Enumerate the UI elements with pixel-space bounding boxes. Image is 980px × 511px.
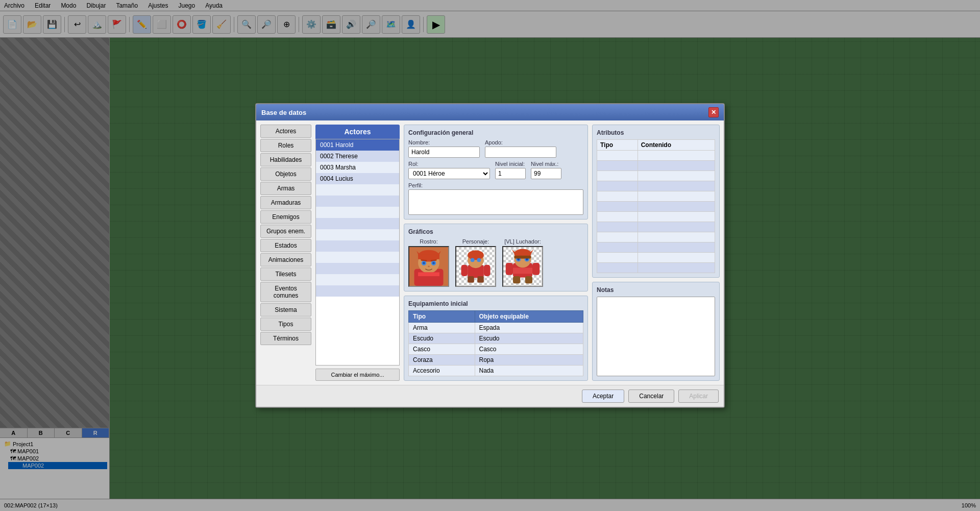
svg-rect-21 [484, 265, 491, 276]
actor-list-header: Actores [315, 125, 400, 139]
actor-list: 0001 Harold 0002 Therese 0003 Marsha 000… [315, 139, 400, 366]
rol-label: Rol: [408, 161, 490, 167]
perfil-label: Perfil: [408, 182, 583, 188]
actor-list-panel: Actores 0001 Harold 0002 Therese 0003 Ma… [315, 125, 400, 381]
nav-sistema[interactable]: Sistema [260, 303, 311, 317]
svg-point-15 [468, 250, 484, 260]
equip-tipo-1: Escudo [409, 333, 475, 344]
equip-objeto-2: Casco [475, 344, 583, 355]
luchador-item: [VL] Luchador: [502, 238, 543, 287]
dialog-body: Actores Roles Habilidades Objetos Armas … [256, 120, 724, 385]
rostro-label: Rostro: [420, 238, 437, 245]
nav-armaduras[interactable]: Armaduras [260, 196, 311, 209]
equip-row-2[interactable]: Casco Casco [409, 344, 583, 355]
svg-rect-12 [418, 272, 439, 276]
rostro-box[interactable] [408, 246, 449, 287]
graphics-row: Rostro: [408, 238, 583, 287]
rostro-item: Rostro: [408, 238, 449, 287]
svg-rect-34 [532, 263, 540, 275]
equip-row-0[interactable]: Arma Espada [409, 323, 583, 333]
attr-contenido-header: Contenido [638, 140, 715, 151]
graphics-title: Gráficos [408, 228, 583, 235]
nav-tilesets[interactable]: Tilesets [260, 267, 311, 281]
actor-item-0003[interactable]: 0003 Marsha [316, 162, 399, 173]
nivel-max-group: Nivel máx.: [531, 161, 561, 179]
rostro-sprite [409, 246, 448, 287]
equip-row-4[interactable]: Accesorio Nada [409, 366, 583, 376]
nav-terminos[interactable]: Términos [260, 332, 311, 345]
attributes-title: Atributos [597, 129, 715, 136]
nombre-input[interactable] [408, 147, 480, 158]
equip-row-1[interactable]: Escudo Escudo [409, 333, 583, 344]
attr-rows [597, 151, 715, 273]
actor-item-empty-4 [316, 218, 399, 229]
equip-tipo-4: Accesorio [409, 366, 475, 376]
actor-item-empty-2 [316, 196, 399, 207]
svg-rect-32 [512, 267, 534, 274]
db-right-panel: Atributos Tipo Contenido [592, 125, 720, 381]
actor-item-0001[interactable]: 0001 Harold [316, 139, 399, 151]
actor-item-empty-9 [316, 274, 399, 285]
db-main-content: Configuración general Nombre: Apodo: [404, 125, 588, 381]
perfil-textarea[interactable] [408, 189, 583, 215]
dialog-title-bar: Base de datos ✕ [256, 104, 724, 120]
nivel-inicial-input[interactable] [495, 168, 526, 179]
actor-item-empty-3 [316, 207, 399, 218]
personaje-box[interactable] [455, 246, 496, 287]
luchador-box[interactable] [502, 246, 543, 287]
nav-habilidades[interactable]: Habilidades [260, 153, 311, 166]
actor-item-empty-6 [316, 240, 399, 252]
actor-item-empty-7 [316, 252, 399, 263]
svg-point-8 [423, 262, 425, 264]
equip-objeto-0: Espada [475, 323, 583, 333]
svg-point-10 [428, 266, 430, 267]
luchador-sprite [503, 247, 542, 286]
dialog-close-button[interactable]: ✕ [708, 107, 719, 117]
nav-eventos-comunes[interactable]: Eventos comunes [260, 282, 311, 302]
actor-item-0004[interactable]: 0004 Lucius [316, 173, 399, 184]
apodo-input[interactable] [485, 147, 556, 158]
nav-grupos-enem[interactable]: Grupos enem. [260, 225, 311, 238]
change-max-button[interactable]: Cambiar el máximo... [315, 369, 400, 381]
svg-point-9 [432, 262, 435, 264]
rol-select[interactable]: 0001 Héroe [408, 168, 490, 179]
svg-point-17 [477, 258, 481, 262]
nivel-inicial-label: Nivel inicial: [495, 161, 526, 167]
svg-rect-3 [418, 254, 439, 259]
accept-button[interactable]: Aceptar [582, 390, 624, 403]
apodo-group: Apodo: [485, 139, 556, 158]
svg-rect-35 [513, 276, 520, 283]
actor-item-empty-1 [316, 184, 399, 196]
nav-actores[interactable]: Actores [260, 125, 311, 138]
svg-rect-18 [468, 276, 474, 283]
dialog-title: Base de datos [261, 109, 306, 116]
equipment-table: Tipo Objeto equipable Arma Espada Escudo [408, 310, 583, 376]
nav-objetos[interactable]: Objetos [260, 167, 311, 181]
nav-armas[interactable]: Armas [260, 182, 311, 195]
nav-tipos[interactable]: Tipos [260, 318, 311, 331]
nav-estados[interactable]: Estados [260, 239, 311, 252]
nivel-max-label: Nivel máx.: [531, 161, 561, 167]
nombre-label: Nombre: [408, 139, 480, 145]
nav-animaciones[interactable]: Animaciones [260, 253, 311, 266]
nav-roles[interactable]: Roles [260, 139, 311, 152]
modal-overlay: Base de datos ✕ Actores Roles Habilidade… [0, 0, 980, 511]
form-row-2: Rol: 0001 Héroe Nivel inicial: Nivel máx… [408, 161, 583, 179]
attr-tipo-header: Tipo [597, 140, 638, 151]
equipment-section: Equipamiento inicial Tipo Objeto equipab… [404, 296, 588, 381]
equipment-title: Equipamiento inicial [408, 300, 583, 307]
nivel-max-input[interactable] [531, 168, 561, 179]
svg-rect-19 [477, 276, 484, 283]
cancel-button[interactable]: Cancelar [628, 390, 674, 403]
col-tipo-header: Tipo [409, 311, 475, 323]
actor-item-0002[interactable]: 0002 Therese [316, 151, 399, 162]
apply-button[interactable]: Aplicar [678, 390, 719, 403]
nav-enemigos[interactable]: Enemigos [260, 210, 311, 224]
apodo-label: Apodo: [485, 139, 556, 145]
svg-rect-31 [514, 256, 531, 259]
equip-tipo-2: Casco [409, 344, 475, 355]
equip-row-3[interactable]: Coraza Ropa [409, 355, 583, 366]
col-objeto-header: Objeto equipable [475, 311, 583, 323]
notes-textarea[interactable] [597, 297, 715, 376]
perfil-group: Perfil: [408, 182, 583, 215]
